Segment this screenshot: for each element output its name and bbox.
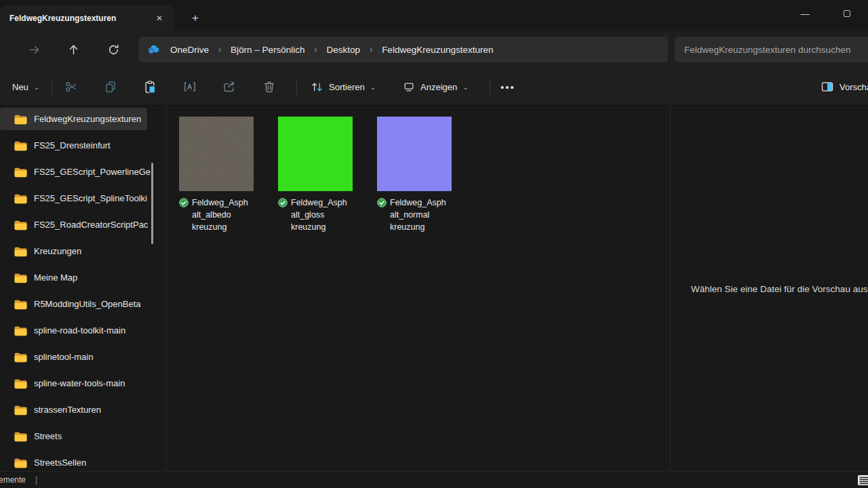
folder-icon xyxy=(14,325,28,336)
sidebar-item-kreuzungen[interactable]: › Kreuzungen xyxy=(0,238,166,264)
sidebar-item-label: Kreuzungen xyxy=(34,246,81,256)
preview-pane: Wählen Sie eine Datei für die Vorschau a… xyxy=(670,106,868,471)
preview-toggle-label: Vorschau xyxy=(840,82,868,92)
status-divider: | xyxy=(35,475,37,485)
folder-icon xyxy=(14,245,28,257)
sidebar-item-fs25-drensteinfurt[interactable]: › FS25_Drensteinfurt xyxy=(0,132,166,159)
sidebar-item-label: strassenTexturen xyxy=(34,405,101,415)
view-icon xyxy=(403,81,415,93)
sidebar-item-r5moddingutils[interactable]: › R5ModdingUtils_OpenBeta xyxy=(0,291,166,317)
sidebar-item-label: R5ModdingUtils_OpenBeta xyxy=(34,299,141,309)
tab-feldwegkreuzungstexturen[interactable]: FeldwegKreuzungstexturen ✕ xyxy=(0,5,175,31)
folder-icon xyxy=(14,298,28,310)
sidebar-item-label: Streets xyxy=(34,431,62,441)
folder-icon xyxy=(14,140,28,151)
sidebar-item-splinetool-main[interactable]: › splinetool-main xyxy=(0,344,166,370)
new-button[interactable]: Neu ⌄ xyxy=(4,75,47,98)
file-name-line: kreuzung xyxy=(192,221,255,233)
up-button[interactable] xyxy=(63,40,83,59)
sidebar-item-label: splinetool-main xyxy=(34,352,93,362)
file-name-line: Feldweg_Asph xyxy=(192,197,255,209)
title-bar: FeldwegKreuzungstexturen ✕ + — xyxy=(0,0,868,31)
sidebar-item-feldwegkreuzungstexturen[interactable]: › FeldwegKreuzungstexturen xyxy=(0,106,166,132)
sidebar-item-streets[interactable]: › Streets xyxy=(0,423,166,449)
file-tile-normal[interactable]: Feldweg_Asph alt_normal kreuzung xyxy=(377,117,453,233)
paste-button[interactable] xyxy=(136,75,164,98)
breadcrumb-separator-icon: › xyxy=(364,45,378,54)
file-name: Feldweg_Asph alt_gloss kreuzung xyxy=(278,197,354,233)
gloss-texture-thumbnail[interactable] xyxy=(278,117,353,191)
sort-button[interactable]: Sortieren ⌄ xyxy=(304,75,382,98)
file-name-line: Feldweg_Asph xyxy=(291,197,354,209)
maximize-button[interactable] xyxy=(826,0,868,27)
forward-arrow-icon xyxy=(28,43,41,56)
cut-button[interactable] xyxy=(57,75,85,98)
sidebar-item-label: FS25_GEScript_PowerlineGe xyxy=(34,167,151,177)
preview-placeholder-message: Wählen Sie eine Datei für die Vorschau a… xyxy=(691,283,868,293)
sidebar-item-meine-map[interactable]: › Meine Map xyxy=(0,264,166,291)
breadcrumb-item-desktop[interactable]: Desktop xyxy=(323,43,365,57)
file-name-line: kreuzung xyxy=(390,221,453,233)
albedo-texture-thumbnail[interactable] xyxy=(179,117,254,191)
file-list[interactable]: Feldweg_Asph alt_albedo kreuzung Feldweg… xyxy=(167,106,670,471)
file-name-line: kreuzung xyxy=(291,221,354,233)
command-bar: Neu ⌄ Sortieren ⌄ Anzeigen ⌄ ••• Vorscha… xyxy=(0,68,868,106)
sidebar-item-label: Meine Map xyxy=(34,272,77,283)
folder-icon xyxy=(14,166,28,178)
sidebar-item-streetssellen[interactable]: › StreetsSellen xyxy=(0,449,166,471)
texture-noise-overlay xyxy=(179,117,254,191)
breadcrumb-item-onedrive[interactable]: OneDrive xyxy=(166,43,213,57)
breadcrumb-item-current-folder[interactable]: FeldwegKreuzungstexturen xyxy=(378,43,497,57)
status-left: emente | xyxy=(0,475,37,485)
toolbar-divider xyxy=(490,79,490,95)
tab-close-icon[interactable]: ✕ xyxy=(151,10,168,26)
copy-icon xyxy=(104,80,117,94)
sidebar-item-fs25-roadcreator[interactable]: › FS25_RoadCreatorScriptPac xyxy=(0,211,166,238)
search-input[interactable] xyxy=(675,45,868,55)
sidebar-item-spline-water-tools[interactable]: › spline-water-tools-main xyxy=(0,370,166,396)
folder-icon xyxy=(14,430,28,442)
refresh-icon xyxy=(107,43,120,56)
sidebar-item-label: spline-road-toolkit-main xyxy=(34,325,125,336)
file-tile-gloss[interactable]: Feldweg_Asph alt_gloss kreuzung xyxy=(278,117,354,233)
sidebar-item-strassentexturen[interactable]: › strassenTexturen xyxy=(0,396,166,423)
breadcrumb-item-persoenlich[interactable]: Björn – Persönlich xyxy=(226,43,309,57)
normal-texture-thumbnail[interactable] xyxy=(377,117,452,191)
file-name-line: alt_albedo xyxy=(192,209,255,221)
copy-button[interactable] xyxy=(96,75,125,98)
chevron-down-icon: ⌄ xyxy=(462,83,468,91)
rename-button[interactable] xyxy=(176,75,204,98)
sidebar-scrollbar-thumb[interactable] xyxy=(151,163,153,244)
folder-icon xyxy=(14,378,28,389)
file-tile-albedo[interactable]: Feldweg_Asph alt_albedo kreuzung xyxy=(179,117,255,233)
file-name-line: alt_normal xyxy=(390,209,453,221)
window-controls: — xyxy=(784,0,868,31)
folder-icon xyxy=(14,192,28,204)
sidebar-item-label: FS25_RoadCreatorScriptPac xyxy=(34,220,148,230)
forward-button[interactable] xyxy=(24,40,44,59)
delete-button[interactable] xyxy=(255,75,283,98)
refresh-button[interactable] xyxy=(103,40,123,59)
details-view-button[interactable] xyxy=(857,474,868,486)
search-box xyxy=(675,37,868,62)
onedrive-synced-icon xyxy=(278,198,288,207)
toolbar-divider xyxy=(52,79,52,95)
sidebar-item-fs25-gescript-splinetoolkit[interactable]: › FS25_GEScript_SplineToolki xyxy=(0,185,166,211)
sidebar-item-spline-road-toolkit[interactable]: › spline-road-toolkit-main xyxy=(0,317,166,344)
chevron-down-icon: ⌄ xyxy=(370,83,376,91)
more-options-button[interactable]: ••• xyxy=(494,75,522,98)
details-view-icon xyxy=(857,474,868,486)
up-arrow-icon xyxy=(67,43,80,56)
main-area: › FeldwegKreuzungstexturen › FS25_Drenst… xyxy=(0,106,868,471)
breadcrumb-separator-icon: › xyxy=(309,45,323,54)
rename-icon xyxy=(183,80,197,94)
delete-icon xyxy=(262,80,276,94)
new-tab-button[interactable]: + xyxy=(186,9,205,27)
share-icon xyxy=(222,80,236,94)
preview-toggle-button[interactable]: Vorschau xyxy=(814,75,868,98)
share-button[interactable] xyxy=(215,75,243,98)
sidebar-item-fs25-gescript-powerline[interactable]: › FS25_GEScript_PowerlineGe xyxy=(0,159,166,185)
view-button[interactable]: Anzeigen ⌄ xyxy=(396,75,475,98)
minimize-button[interactable]: — xyxy=(784,0,826,27)
sort-button-label: Sortieren xyxy=(329,82,365,92)
